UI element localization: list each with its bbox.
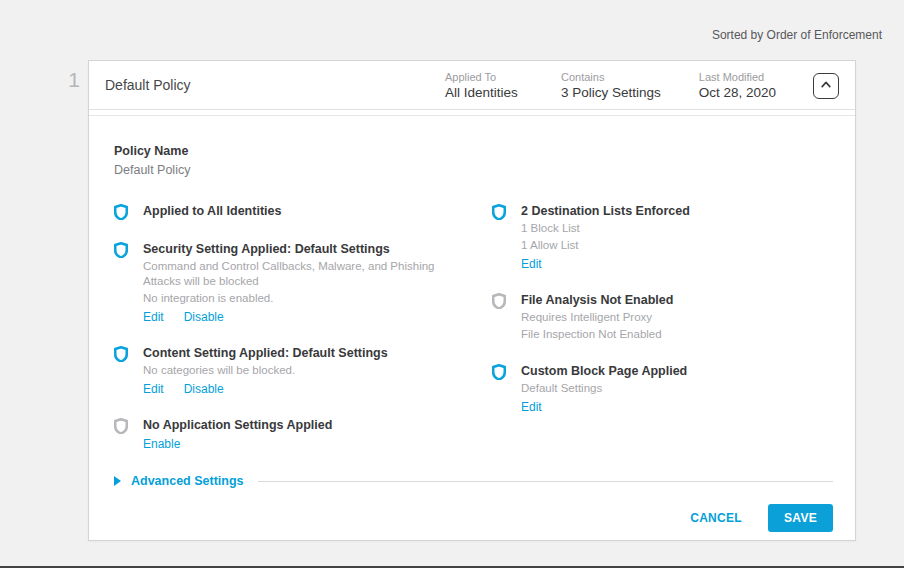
setting-description: Default Settings: [521, 381, 687, 396]
expand-triangle-icon: [114, 476, 121, 486]
setting-item-block-page: Custom Block Page Applied Default Settin…: [492, 363, 833, 414]
policy-card-body: Policy Name Default Policy Applied to Al…: [89, 115, 855, 540]
setting-item-application: No Application Settings Applied Enable: [114, 417, 492, 451]
meta-label: Contains: [561, 71, 661, 83]
setting-links: Enable: [143, 437, 332, 451]
shield-icon: [114, 204, 128, 220]
cancel-button[interactable]: CANCEL: [690, 511, 742, 525]
disable-link[interactable]: Disable: [184, 382, 224, 396]
settings-column-left: Applied to All Identities Security Setti…: [114, 203, 492, 472]
setting-description: No integration is enabled.: [143, 291, 463, 306]
meta-applied-to: Applied To All Identities: [445, 71, 523, 100]
setting-item-security: Security Setting Applied: Default Settin…: [114, 241, 492, 324]
setting-description: File Inspection Not Enabled: [521, 327, 673, 342]
setting-item-file-analysis: File Analysis Not Enabled Requires Intel…: [492, 292, 833, 342]
policy-name-label: Policy Name: [114, 144, 833, 158]
edit-link[interactable]: Edit: [143, 310, 164, 324]
setting-title: Applied to All Identities: [143, 203, 281, 219]
page: Sorted by Order of Enforcement 1 Default…: [0, 0, 904, 568]
action-bar: CANCEL SAVE: [114, 504, 833, 532]
advanced-settings-toggle[interactable]: Advanced Settings: [131, 474, 244, 488]
settings-column-right: 2 Destination Lists Enforced 1 Block Lis…: [492, 203, 833, 435]
meta-last-modified: Last Modified Oct 28, 2020: [699, 71, 777, 100]
meta-value: All Identities: [445, 85, 523, 100]
shield-icon: [492, 364, 506, 414]
setting-links: Edit Disable: [143, 382, 388, 396]
advanced-settings-row: Advanced Settings: [114, 472, 833, 490]
edit-link[interactable]: Edit: [521, 400, 542, 414]
disable-link[interactable]: Disable: [184, 310, 224, 324]
setting-item-identities: Applied to All Identities: [114, 203, 492, 220]
setting-item-content: Content Setting Applied: Default Setting…: [114, 345, 492, 396]
sorted-by-label: Sorted by Order of Enforcement: [712, 28, 882, 42]
setting-title: 2 Destination Lists Enforced: [521, 203, 690, 219]
setting-description: 1 Block List: [521, 221, 690, 236]
meta-label: Applied To: [445, 71, 523, 83]
shield-icon: [492, 204, 506, 271]
policy-name-block: Policy Name Default Policy: [114, 144, 833, 177]
shield-icon: [114, 242, 128, 324]
setting-title: Content Setting Applied: Default Setting…: [143, 345, 388, 361]
setting-item-destination-lists: 2 Destination Lists Enforced 1 Block Lis…: [492, 203, 833, 271]
chevron-up-icon: [819, 78, 833, 94]
save-button[interactable]: SAVE: [768, 504, 833, 532]
setting-title: No Application Settings Applied: [143, 417, 332, 433]
edit-link[interactable]: Edit: [143, 382, 164, 396]
setting-description: Command and Control Callbacks, Malware, …: [143, 259, 463, 289]
setting-links: Edit: [521, 257, 690, 271]
setting-title: Custom Block Page Applied: [521, 363, 687, 379]
meta-label: Last Modified: [699, 71, 777, 83]
setting-links: Edit Disable: [143, 310, 463, 324]
divider-line: [258, 481, 833, 482]
setting-description: 1 Allow List: [521, 238, 690, 253]
policy-meta: Applied To All Identities Contains 3 Pol…: [445, 61, 777, 110]
setting-description: Requires Intelligent Proxy: [521, 310, 673, 325]
setting-title: Security Setting Applied: Default Settin…: [143, 241, 463, 257]
policy-title: Default Policy: [105, 77, 191, 93]
meta-value: Oct 28, 2020: [699, 85, 777, 100]
shield-icon: [114, 346, 128, 396]
shield-icon: [114, 418, 128, 451]
policy-name-value: Default Policy: [114, 163, 833, 177]
shield-icon: [492, 293, 506, 342]
policy-order-number: 1: [52, 68, 80, 92]
settings-columns: Applied to All Identities Security Setti…: [114, 203, 833, 472]
collapse-button[interactable]: [813, 73, 839, 99]
edit-link[interactable]: Edit: [521, 257, 542, 271]
policy-card: Default Policy Applied To All Identities…: [88, 60, 856, 541]
setting-description: No categories will be blocked.: [143, 363, 388, 378]
meta-value: 3 Policy Settings: [561, 85, 661, 100]
setting-links: Edit: [521, 400, 687, 414]
setting-title: File Analysis Not Enabled: [521, 292, 673, 308]
meta-contains: Contains 3 Policy Settings: [561, 71, 661, 100]
policy-card-header: Default Policy Applied To All Identities…: [89, 61, 855, 110]
enable-link[interactable]: Enable: [143, 437, 180, 451]
